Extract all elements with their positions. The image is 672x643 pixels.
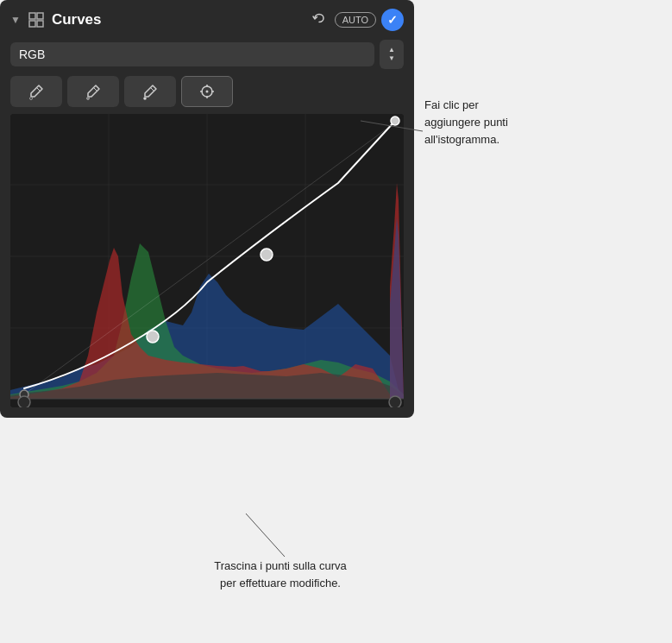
channel-stepper[interactable]: ▲ ▼ [380, 40, 404, 69]
stepper-down-icon: ▼ [388, 54, 395, 63]
callout-crosshair-text: Fai clic per aggiungere punti all'istogr… [424, 97, 588, 148]
svg-point-27 [261, 249, 273, 261]
collapse-chevron[interactable]: ▼ [10, 14, 21, 26]
svg-point-26 [147, 331, 159, 343]
svg-line-8 [150, 87, 154, 91]
panel-type-icon [28, 11, 45, 28]
svg-rect-0 [29, 13, 35, 19]
svg-rect-1 [37, 13, 43, 19]
svg-point-7 [87, 98, 90, 100]
channel-label: RGB [19, 47, 45, 61]
svg-point-28 [391, 117, 399, 125]
svg-point-30 [18, 396, 30, 407]
svg-rect-2 [29, 21, 35, 27]
confirm-button[interactable] [381, 9, 404, 31]
stepper-up-icon: ▲ [388, 46, 395, 54]
header-actions: AUTO [309, 9, 404, 31]
histogram-canvas[interactable] [10, 114, 404, 407]
panel-title: Curves [52, 11, 302, 28]
svg-point-31 [389, 396, 401, 407]
panel-header: ▼ Curves AUTO [10, 9, 404, 31]
eyedropper-black-button[interactable] [10, 76, 62, 107]
add-point-button[interactable] [181, 76, 233, 107]
auto-button[interactable]: AUTO [335, 12, 376, 28]
svg-line-6 [93, 87, 97, 91]
callout-drag-text: Trascina i punti sulla curva per effettu… [160, 558, 401, 592]
eyedropper-gray-button[interactable] [67, 76, 119, 107]
eyedropper-white-button[interactable] [124, 76, 176, 107]
svg-point-9 [144, 98, 147, 100]
svg-line-4 [36, 87, 41, 91]
channel-select-row: RGB ▲ ▼ [10, 40, 404, 69]
svg-line-33 [246, 514, 285, 557]
channel-selector[interactable]: RGB [10, 42, 374, 66]
svg-rect-3 [37, 21, 43, 27]
svg-point-15 [206, 91, 209, 93]
undo-button[interactable] [309, 9, 330, 30]
svg-point-5 [30, 98, 33, 100]
curves-panel: ▼ Curves AUTO RGB ▲ [0, 0, 414, 418]
tools-row [10, 76, 404, 107]
